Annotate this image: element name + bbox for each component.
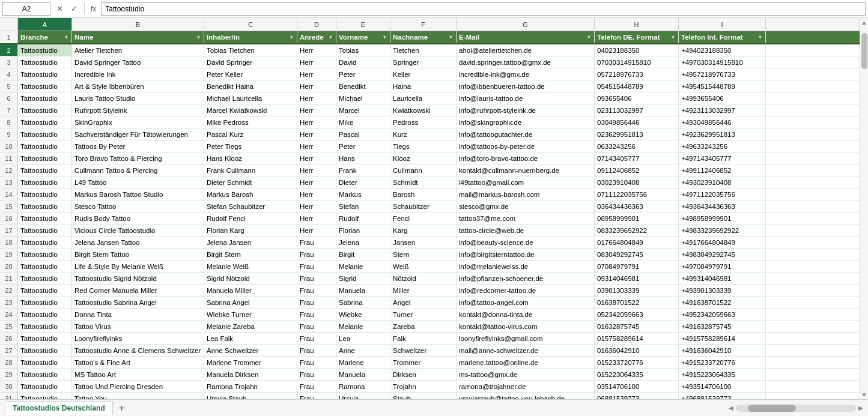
- cell-c-24[interactable]: Wiebke Turner: [204, 309, 297, 320]
- col-header-a[interactable]: A: [18, 18, 72, 31]
- cell-b-19[interactable]: Birgit Stern Tattoo: [72, 249, 204, 260]
- cell-d-24[interactable]: Frau: [297, 309, 336, 320]
- cell-a-30[interactable]: Tattoostudio: [18, 381, 72, 392]
- cell-b-6[interactable]: Lauris Tattoo Studio: [72, 92, 204, 104]
- cell-a-15[interactable]: Tattoostudio: [18, 200, 72, 212]
- cell-d-13[interactable]: Herr: [297, 176, 336, 188]
- cell-c-10[interactable]: Peter Tiegs: [204, 140, 297, 152]
- cell-i-27[interactable]: +491636042910: [679, 345, 766, 356]
- cell-d-2[interactable]: Herr: [297, 44, 336, 56]
- cell-e-7[interactable]: Marcel: [336, 104, 390, 116]
- cell-b-21[interactable]: Tattoostudio Sigrid Nötzold: [72, 273, 204, 284]
- cell-c-9[interactable]: Pascal Kurz: [204, 128, 297, 140]
- cell-f-8[interactable]: Pedross: [390, 116, 457, 128]
- cell-b-9[interactable]: Sachverständiger Für Tätowierungen: [72, 128, 204, 140]
- cell-c-16[interactable]: Rudolf Fencl: [204, 213, 297, 224]
- cell-g-6[interactable]: info@lauris-tattoo.de: [457, 92, 595, 104]
- cell-a-3[interactable]: Tattoostudio: [18, 56, 72, 68]
- cell-g-21[interactable]: info@pflanzen-schoener.de: [457, 273, 595, 284]
- cell-c-31[interactable]: Ursula Staub: [204, 393, 297, 399]
- cell-h-28[interactable]: 0152337207​76: [595, 357, 679, 368]
- col-header-d[interactable]: D: [297, 18, 336, 31]
- cell-g-19[interactable]: info@birgitstern​tattoo.de: [457, 249, 595, 260]
- cell-a-13[interactable]: Tattoostudio: [18, 176, 72, 188]
- cell-f-10[interactable]: Tiegs: [390, 140, 457, 152]
- add-sheet-button[interactable]: +: [115, 402, 129, 415]
- cell-a-5[interactable]: Tattoostudio: [18, 80, 72, 92]
- cell-c-6[interactable]: Michael Lauricella: [204, 92, 297, 104]
- cell-i-15[interactable]: +4936434436363: [679, 200, 766, 212]
- cell-g-29[interactable]: ms-tattoo@gmx.de: [457, 369, 595, 380]
- cell-b-28[interactable]: Tattoo's & Fine Art: [72, 357, 204, 368]
- col-header-h[interactable]: H: [595, 18, 679, 31]
- header-cell-tel-int[interactable]: Telefon Int. Format ▼: [679, 31, 766, 43]
- filter-icon-tel-de[interactable]: ▼: [670, 34, 676, 40]
- cell-i-20[interactable]: +497084979791: [679, 261, 766, 272]
- cell-g-28[interactable]: marlene.tattoo@online.de: [457, 357, 595, 368]
- cell-e-5[interactable]: Benedikt: [336, 80, 390, 92]
- cell-a-17[interactable]: Tattoostudio: [18, 225, 72, 236]
- header-cell-inhaber[interactable]: Inhaber/in ▼: [204, 31, 297, 43]
- cell-h-12[interactable]: 09112406852: [595, 164, 679, 176]
- cell-i-29[interactable]: +4915223064335: [679, 369, 766, 380]
- cell-e-3[interactable]: David: [336, 56, 390, 68]
- cell-g-14[interactable]: mail@markus-barosh.com: [457, 188, 595, 200]
- cell-g-8[interactable]: info@skingraphix.de: [457, 116, 595, 128]
- cell-d-19[interactable]: Frau: [297, 249, 336, 260]
- cell-h-25[interactable]: 01632875745: [595, 321, 679, 332]
- filter-icon-inhaber[interactable]: ▼: [289, 34, 294, 40]
- cell-d-20[interactable]: Frau: [297, 261, 336, 272]
- cell-e-15[interactable]: Stefan: [336, 200, 390, 212]
- cell-i-3[interactable]: +497030314915810: [679, 56, 766, 68]
- cell-f-24[interactable]: Turner: [390, 309, 457, 320]
- cell-d-30[interactable]: Frau: [297, 381, 336, 392]
- cell-e-19[interactable]: Birgit: [336, 249, 390, 260]
- cell-h-14[interactable]: 07111220​35756: [595, 188, 679, 200]
- scroll-left-btn[interactable]: ◀: [729, 405, 733, 411]
- cell-e-24[interactable]: Wiebke: [336, 309, 390, 320]
- cell-h-2[interactable]: 04023188350: [595, 44, 679, 56]
- header-cell-name[interactable]: Name ▼: [72, 31, 204, 43]
- cell-i-14[interactable]: +4971122035756: [679, 188, 766, 200]
- h-scroll-thumb[interactable]: [748, 405, 796, 412]
- cell-c-22[interactable]: Manuela Miller: [204, 285, 297, 296]
- cell-c-8[interactable]: Mike Pedross: [204, 116, 297, 128]
- cell-c-19[interactable]: Birgit Stern: [204, 249, 297, 260]
- cell-d-26[interactable]: Frau: [297, 333, 336, 344]
- cell-d-25[interactable]: Frau: [297, 321, 336, 332]
- cell-h-30[interactable]: 03514706100: [595, 381, 679, 392]
- col-header-f[interactable]: F: [390, 18, 457, 31]
- cell-a-11[interactable]: Tattoostudio: [18, 152, 72, 164]
- cell-i-25[interactable]: +4916328757​45: [679, 321, 766, 332]
- cell-a-9[interactable]: Tattoostudio: [18, 128, 72, 140]
- cell-e-6[interactable]: Michael: [336, 92, 390, 104]
- cell-b-8[interactable]: SkinGraphix: [72, 116, 204, 128]
- cell-h-4[interactable]: 057218976733: [595, 68, 679, 80]
- cell-h-29[interactable]: 015223064335: [595, 369, 679, 380]
- cell-f-26[interactable]: Falk: [390, 333, 457, 344]
- cell-d-17[interactable]: Herr: [297, 225, 336, 236]
- cell-b-31[interactable]: Tattoo You: [72, 393, 204, 399]
- cell-e-14[interactable]: Markus: [336, 188, 390, 200]
- cell-d-9[interactable]: Herr: [297, 128, 336, 140]
- cell-f-2[interactable]: Tietchen: [390, 44, 457, 56]
- cell-g-25[interactable]: kontakt@tattoo-virus.com: [457, 321, 595, 332]
- cell-f-17[interactable]: Karg: [390, 225, 457, 236]
- cell-a-20[interactable]: Tattoostudio: [18, 261, 72, 272]
- scroll-track[interactable]: [860, 27, 868, 390]
- cell-f-18[interactable]: Jansen: [390, 237, 457, 248]
- cell-a-10[interactable]: Tattoostudio: [18, 140, 72, 152]
- cell-g-31[interactable]: ursulastaub@tattoo-you-lebach.de: [457, 393, 595, 399]
- horizontal-scrollbar[interactable]: [736, 405, 856, 412]
- vertical-scrollbar[interactable]: ▲ ▼: [860, 18, 868, 399]
- cell-a-31[interactable]: Tattoostudio: [18, 393, 72, 399]
- cell-e-17[interactable]: Florian: [336, 225, 390, 236]
- cell-d-28[interactable]: Frau: [297, 357, 336, 368]
- cell-d-18[interactable]: Frau: [297, 237, 336, 248]
- cell-b-12[interactable]: Cullmann Tattoo & Piercing: [72, 164, 204, 176]
- cell-i-4[interactable]: +4957218976733: [679, 68, 766, 80]
- header-cell-nachname[interactable]: Nachname ▼: [390, 31, 457, 43]
- cell-b-2[interactable]: Atelier Tietchen: [72, 44, 204, 56]
- scroll-down-arrow[interactable]: ▼: [860, 390, 868, 399]
- col-header-e[interactable]: E: [336, 18, 390, 31]
